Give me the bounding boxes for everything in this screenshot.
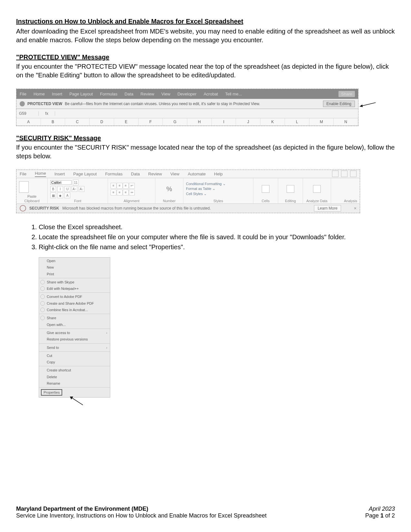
editing-group-label: Editing [281, 199, 300, 203]
security-risk-label: SECURITY RISK [29, 206, 59, 211]
tab-data[interactable]: Data [124, 92, 133, 96]
align-left-button[interactable]: ≡ [111, 190, 116, 195]
col-n[interactable]: N [334, 118, 358, 125]
decrease-font-button[interactable]: A↓ [79, 186, 84, 192]
wrap-text-button[interactable]: ↩ [129, 183, 135, 189]
enable-editing-button[interactable]: Enable Editing [323, 101, 355, 107]
col-l[interactable]: L [285, 118, 309, 125]
format-as-table-button[interactable]: Format as Table ⌄ [186, 186, 226, 191]
menu-give-access[interactable]: Give access to [39, 330, 110, 336]
analyze-data-icon[interactable] [313, 185, 321, 193]
col-b[interactable]: B [41, 118, 65, 125]
menu-new[interactable]: New [39, 264, 110, 271]
italic-button[interactable]: I [57, 186, 63, 192]
tab-insert[interactable]: Insert [52, 92, 63, 96]
tab-page-layout[interactable]: Page Layout [69, 92, 93, 96]
font-size-input[interactable]: 11 [73, 180, 79, 185]
footer-org: Maryland Department of the Environment (… [16, 506, 267, 512]
share-button[interactable]: Share [338, 91, 355, 97]
menu-create-share-adobe[interactable]: Create and Share Adobe PDF [39, 300, 110, 307]
menu-copy[interactable]: Copy [39, 359, 110, 365]
menu-cut[interactable]: Cut [39, 352, 110, 359]
menu-rename[interactable]: Rename [39, 380, 110, 387]
tab-review[interactable]: Review [141, 92, 154, 96]
tab-insert[interactable]: Insert [54, 172, 65, 176]
security-risk-text: Microsoft has blocked macros from runnin… [62, 206, 210, 211]
editing-icon[interactable] [287, 185, 294, 193]
tab-formulas[interactable]: Formulas [100, 92, 117, 96]
cell-styles-button[interactable]: Cell Styles ⌄ [186, 192, 226, 196]
menu-combine-acrobat[interactable]: Combine files in Acrobat... [39, 307, 110, 313]
col-c[interactable]: C [65, 118, 90, 125]
col-m[interactable]: M [309, 118, 334, 125]
paste-icon[interactable] [19, 181, 29, 193]
font-name-input[interactable] [50, 180, 72, 185]
tab-home[interactable]: Home [34, 92, 45, 96]
align-top-button[interactable]: ≡ [111, 183, 116, 189]
menu-share[interactable]: Share [39, 315, 110, 321]
tab-developer[interactable]: Developer [177, 92, 196, 96]
menu-restore-versions[interactable]: Restore previous versions [39, 336, 110, 342]
percent-icon[interactable]: % [166, 185, 172, 193]
conditional-formatting-button[interactable]: Conditional Formatting ⌄ [186, 182, 226, 186]
col-e[interactable]: E [114, 118, 139, 125]
menu-print[interactable]: Print [39, 271, 110, 277]
tab-formulas[interactable]: Formulas [105, 172, 122, 176]
menu-send-to[interactable]: Send to [39, 344, 110, 351]
tab-file[interactable]: File [20, 92, 26, 96]
menu-open[interactable]: Open [39, 258, 110, 264]
name-box[interactable]: G59 [16, 111, 39, 116]
increase-font-button[interactable]: A↑ [72, 186, 77, 192]
tab-help[interactable]: Help [214, 172, 223, 176]
col-j[interactable]: J [236, 118, 260, 125]
border-button[interactable]: ▦ [50, 192, 56, 198]
tab-data[interactable]: Data [131, 172, 140, 176]
learn-more-button[interactable]: Learn More [314, 205, 341, 212]
close-icon[interactable]: × [354, 206, 357, 211]
share-icon[interactable] [341, 171, 347, 177]
footer-page: Page 1 of 2 [365, 512, 395, 519]
font-color-button[interactable]: A [64, 192, 70, 198]
tab-view[interactable]: View [170, 172, 179, 176]
fill-color-button[interactable]: ◆ [57, 192, 63, 198]
formula-bar: G59 fx [16, 109, 358, 118]
col-i[interactable]: I [212, 118, 236, 125]
blocked-icon [20, 205, 26, 212]
callout-arrow-icon [70, 397, 86, 406]
menu-edit-notepad[interactable]: Edit with Notepad++ [39, 285, 110, 292]
merge-button[interactable]: ⇔ [129, 190, 135, 195]
tab-home[interactable]: Home [35, 171, 46, 177]
col-d[interactable]: D [90, 118, 114, 125]
cells-icon[interactable] [262, 185, 269, 193]
section1-heading: "PROTECTED VIEW" Message [16, 54, 395, 61]
bold-button[interactable]: B [50, 186, 56, 192]
col-a[interactable]: A [16, 118, 41, 125]
align-middle-button[interactable]: ≡ [117, 183, 122, 189]
menu-share-skype[interactable]: Share with Skype [39, 279, 110, 285]
comments-icon[interactable] [332, 171, 338, 177]
col-k[interactable]: K [260, 118, 285, 125]
tab-page-layout[interactable]: Page Layout [73, 172, 97, 176]
align-right-button[interactable]: ≡ [123, 190, 129, 195]
step-1: Close the Excel spreadsheet. [39, 223, 395, 232]
tab-file[interactable]: File [20, 172, 26, 176]
underline-button[interactable]: U [64, 186, 70, 192]
chevron-down-icon[interactable] [350, 171, 357, 177]
font-group-label: Font [50, 199, 105, 203]
col-f[interactable]: F [139, 118, 163, 125]
menu-convert-adobe[interactable]: Convert to Adobe PDF [39, 293, 110, 300]
section2-heading: "SECURITY RISK" Message [16, 134, 395, 142]
tab-acrobat[interactable]: Acrobat [204, 92, 218, 96]
menu-create-shortcut[interactable]: Create shortcut [39, 367, 110, 373]
align-bottom-button[interactable]: ≡ [123, 183, 129, 189]
tab-review[interactable]: Review [148, 172, 162, 176]
tab-tellme[interactable]: Tell me... [225, 92, 242, 96]
menu-properties[interactable]: Properties [41, 389, 62, 396]
col-h[interactable]: H [187, 118, 212, 125]
menu-open-with[interactable]: Open with... [39, 321, 110, 328]
align-center-button[interactable]: ≡ [117, 190, 122, 195]
tab-automate[interactable]: Automate [188, 172, 206, 176]
tab-view[interactable]: View [161, 92, 170, 96]
menu-delete[interactable]: Delete [39, 374, 110, 380]
col-g[interactable]: G [163, 118, 187, 125]
